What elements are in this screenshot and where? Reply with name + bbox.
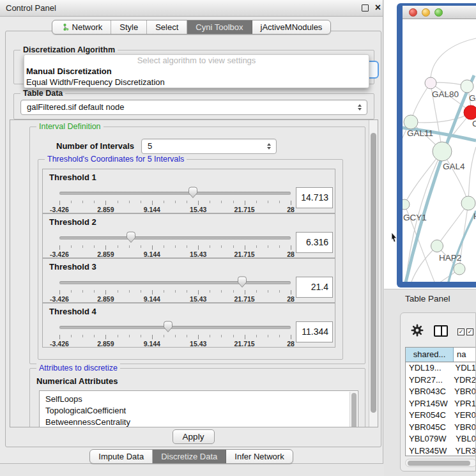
tab-jactivemnodules[interactable]: jActiveMNodules [252, 20, 331, 34]
table-panel-header: Table Panel [384, 289, 476, 309]
node-bottom[interactable] [454, 263, 465, 275]
node-gal80[interactable] [425, 77, 436, 89]
node-selected-red[interactable] [464, 105, 476, 119]
list-item-betweennesscentrality[interactable]: BetweennessCentrality [40, 417, 358, 427]
table-panel-body: ✓ ✓ shared... na YDL19...YDL1 YDR27...YD… [400, 312, 476, 472]
table-row[interactable]: YER054CYER0 [406, 410, 476, 422]
algorithm-dropdown-popup: Select algorithm to view settings Manual… [24, 54, 369, 88]
node-ga[interactable] [461, 80, 473, 93]
threshold-3-value-field[interactable]: 21.4 [296, 277, 333, 298]
table-row[interactable]: YDL19...YDL1 [406, 362, 476, 374]
table-row[interactable]: YBL079WYBL0 [406, 433, 476, 445]
table-data-combobox[interactable]: galFiltered.sif default node [20, 100, 367, 115]
svg-text:HAP2: HAP2 [439, 253, 461, 263]
slider-track[interactable] [59, 192, 291, 195]
split-columns-icon[interactable] [434, 325, 448, 337]
network-canvas[interactable]: GAL80 GA GAL11 C GAL4 GCY1 H HAP2 [403, 19, 476, 282]
network-graph-icon [61, 23, 69, 31]
threshold-1-value-field[interactable]: 14.713 [296, 187, 333, 208]
network-window-titlebar [403, 6, 476, 19]
threshold-2-panel: Threshold 2 -3.4262.8599.14415.4321.7152… [42, 213, 335, 258]
threshold-2-value-field[interactable]: 6.316 [296, 232, 333, 253]
numerical-attributes-list: SelfLoops TopologicalCoefficient Between… [39, 390, 358, 427]
scrollbar-thumb[interactable] [371, 133, 376, 413]
interval-definition-group: Interval Definition Number of Intervals … [29, 127, 365, 364]
list-scrollbar[interactable] [349, 392, 357, 427]
node-hap2[interactable] [431, 240, 443, 252]
list-item-topologicalcoefficient[interactable]: TopologicalCoefficient [40, 405, 358, 417]
threshold-3-panel: Threshold 3 -3.4262.8599.14415.4321.7152… [42, 258, 335, 303]
tab-style[interactable]: Style [111, 20, 147, 34]
table-row[interactable]: YLR345WYLR3 [406, 445, 476, 457]
svg-text:GA: GA [469, 93, 476, 103]
threshold-4-slider[interactable] [59, 320, 291, 333]
tab-discretize-data[interactable]: Discretize Data [153, 450, 226, 463]
number-of-intervals-value: 5 [148, 141, 152, 151]
slider-track[interactable] [59, 281, 291, 284]
dropdown-item-manual-discretization[interactable]: Manual Discretization [24, 66, 369, 77]
threshold-4-value-field[interactable]: 11.344 [296, 321, 333, 342]
column-header-name[interactable]: na [454, 348, 476, 362]
dropdown-placeholder: Select algorithm to view settings [24, 56, 369, 66]
table-row[interactable]: YPR145WYPR1 [406, 398, 476, 410]
svg-text:GAL4: GAL4 [443, 162, 465, 171]
slider-thumb[interactable] [126, 231, 137, 243]
number-of-intervals-combobox[interactable]: 5 [141, 139, 277, 154]
tab-network[interactable]: Network [52, 20, 112, 34]
tab-label: jActiveMNodules [261, 22, 323, 32]
settings-gear-icon[interactable] [411, 324, 424, 337]
slider-ticks [59, 290, 291, 295]
svg-text:GAL80: GAL80 [432, 89, 459, 99]
settings-vertical-scrollbar[interactable] [369, 120, 378, 427]
slider-scale-labels: -3.4262.8599.14415.4321.71528 [59, 340, 291, 348]
tab-select[interactable]: Select [147, 20, 187, 34]
control-panel-titlebar: Control Panel × [0, 0, 383, 17]
minimize-traffic-light-icon[interactable] [422, 8, 430, 17]
tab-label: Discretize Data [161, 452, 217, 461]
table-data-value: galFiltered.sif default node [27, 102, 124, 112]
threshold-1-slider[interactable] [59, 186, 291, 199]
threshold-label: Threshold 3 [49, 262, 96, 272]
node-gal4[interactable] [433, 142, 452, 161]
scrollbar-thumb[interactable] [408, 461, 470, 466]
node-h[interactable] [461, 196, 475, 210]
threshold-2-slider[interactable] [59, 231, 291, 243]
threshold-3-slider[interactable] [59, 275, 291, 288]
node-gcy1[interactable] [403, 199, 410, 210]
svg-text:GCY1: GCY1 [403, 213, 427, 222]
tab-infer-network[interactable]: Infer Network [226, 450, 292, 463]
slider-thumb[interactable] [187, 187, 198, 199]
list-item-selfloops[interactable]: SelfLoops [40, 394, 358, 405]
table-row[interactable]: YDR27...YDR2 [406, 374, 476, 387]
slider-ticks [59, 201, 291, 206]
slider-track[interactable] [59, 326, 291, 329]
scrollbar-thumb[interactable] [351, 393, 357, 427]
group-title: Table Data [20, 89, 65, 98]
column-header-shared-name[interactable]: shared... [406, 348, 454, 362]
settings-scroll-area: Interval Definition Number of Intervals … [10, 119, 378, 427]
slider-thumb[interactable] [236, 276, 247, 288]
close-icon[interactable]: × [375, 2, 381, 13]
slider-thumb[interactable] [163, 321, 174, 333]
close-traffic-light-icon[interactable] [409, 8, 417, 17]
combobox-arrows-icon [267, 143, 271, 150]
table-horizontal-scrollbar[interactable] [405, 459, 476, 467]
table-row[interactable]: YBR043CYBR0 [406, 386, 476, 398]
float-window-icon[interactable] [362, 4, 369, 12]
desktop-background: GAL80 GA GAL11 C GAL4 GCY1 H HAP2 [384, 0, 476, 289]
zoom-traffic-light-icon[interactable] [434, 8, 443, 17]
tab-impute-data[interactable]: Impute Data [90, 450, 153, 463]
table-row[interactable]: YBR045CYBR0 [406, 422, 476, 434]
checkbox-icon[interactable]: ✓ [457, 328, 464, 335]
slider-scale-labels: -3.4262.8599.14415.4321.71528 [59, 206, 291, 213]
tab-label: Cyni Toolbox [196, 22, 243, 32]
slider-scale-labels: -3.4262.8599.14415.4321.71528 [59, 295, 291, 303]
checkbox-icon[interactable]: ✓ [466, 328, 473, 335]
node-gal11[interactable] [404, 115, 418, 129]
tab-cyni-toolbox[interactable]: Cyni Toolbox [187, 20, 252, 34]
slider-track[interactable] [59, 236, 291, 240]
apply-button[interactable]: Apply [173, 429, 215, 444]
control-panel-tabbar: Network Style Select Cyni Toolbox jActiv… [0, 20, 383, 35]
group-title: Discretization Algorithm [20, 45, 118, 54]
dropdown-item-equal-width-frequency[interactable]: Equal Width/Frequency Discretization [24, 77, 369, 88]
